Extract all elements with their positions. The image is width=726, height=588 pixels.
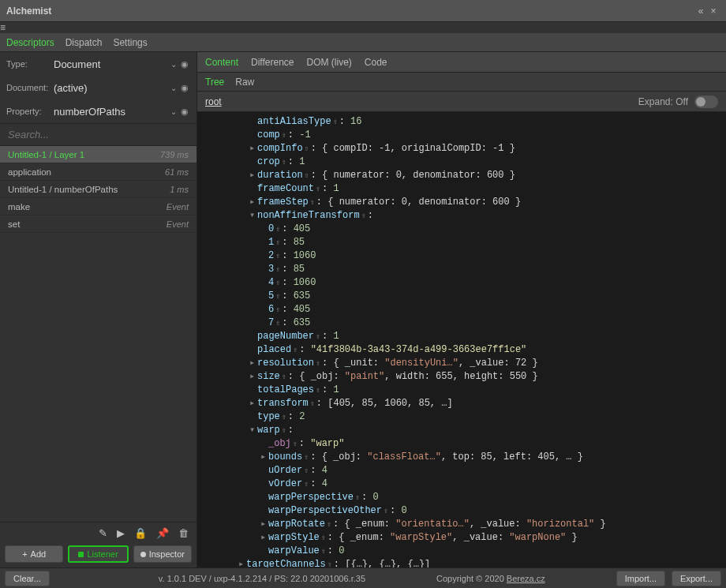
tree-line[interactable]: type⇧: 2 bbox=[197, 410, 726, 424]
tree-line[interactable]: ▸targetChannels⇧: [{…}, {…}, {…}] bbox=[197, 558, 726, 567]
expand-arrow-icon[interactable] bbox=[260, 223, 268, 236]
subtab-raw[interactable]: Raw bbox=[235, 77, 254, 88]
close-icon[interactable]: × bbox=[707, 6, 720, 17]
tab-dom-live[interactable]: DOM (live) bbox=[307, 57, 352, 68]
filter-type-value[interactable]: Document bbox=[51, 58, 168, 70]
pencil-icon[interactable]: ✎ bbox=[99, 527, 107, 539]
expand-arrow-icon[interactable] bbox=[260, 478, 268, 491]
inspector-button[interactable]: Inspector bbox=[133, 545, 192, 563]
pin-icon[interactable]: ⇧ bbox=[316, 386, 320, 395]
expand-arrow-icon[interactable]: ▸ bbox=[249, 370, 257, 384]
pin-icon[interactable]: ⇧ bbox=[321, 547, 326, 556]
subtab-tree[interactable]: Tree bbox=[205, 77, 224, 88]
expand-arrow-icon[interactable] bbox=[249, 384, 257, 397]
tree-line[interactable]: vOrder⇧: 4 bbox=[197, 478, 726, 491]
pin-icon[interactable]: ⇧ bbox=[327, 520, 331, 529]
expand-arrow-icon[interactable]: ▸ bbox=[260, 531, 268, 545]
expand-arrow-icon[interactable]: ▸ bbox=[238, 558, 246, 567]
pin-icon[interactable]: ⇧ bbox=[384, 507, 388, 515]
pin-icon[interactable]: ⇧ bbox=[282, 158, 286, 167]
pin-icon[interactable]: ⇧ bbox=[275, 319, 280, 328]
expand-arrow-icon[interactable] bbox=[260, 276, 268, 290]
pin-icon[interactable]: ⇧ bbox=[304, 480, 309, 489]
clear-button[interactable]: Clear... bbox=[5, 571, 50, 586]
expand-arrow-icon[interactable] bbox=[249, 155, 257, 169]
descriptor-item[interactable]: setEvent bbox=[0, 215, 196, 233]
eye-icon[interactable]: ◉ bbox=[179, 59, 190, 69]
expand-arrow-icon[interactable] bbox=[249, 129, 257, 142]
tree-line[interactable]: ▸transform⇧: [405, 85, 1060, 85, …] bbox=[197, 397, 726, 410]
tree-line[interactable]: ▸duration⇧: { numerator: 0, denominator:… bbox=[197, 169, 726, 182]
tree-line[interactable]: ▾warp⇧: bbox=[197, 424, 726, 437]
pin-icon[interactable]: ⇧ bbox=[275, 238, 280, 247]
pin-icon[interactable]: ⇧ bbox=[333, 118, 338, 126]
expand-arrow-icon[interactable]: ▸ bbox=[249, 357, 257, 370]
lock-icon[interactable]: 🔒 bbox=[134, 527, 147, 539]
tree-line[interactable]: 7⇧: 635 bbox=[197, 316, 726, 330]
chevron-down-icon[interactable]: ⌄ bbox=[168, 84, 179, 92]
collapse-icon[interactable]: « bbox=[694, 6, 707, 17]
pin-icon[interactable]: ⇧ bbox=[304, 466, 309, 475]
eye-icon[interactable]: ◉ bbox=[179, 107, 190, 117]
expand-arrow-icon[interactable] bbox=[260, 437, 268, 451]
pin-icon[interactable]: ⇧ bbox=[321, 534, 326, 542]
tree-viewer[interactable]: antiAliasType⇧: 16 comp⇧: -1▸compInfo⇧: … bbox=[197, 112, 726, 567]
pin-icon[interactable]: ⇧ bbox=[275, 305, 280, 314]
tree-line[interactable]: 0⇧: 405 bbox=[197, 223, 726, 236]
tree-line[interactable]: ▸size⇧: { _obj: "paint", width: 655, hei… bbox=[197, 370, 726, 384]
pin-icon[interactable]: ⇧ bbox=[282, 131, 286, 140]
filter-document-value[interactable]: (active) bbox=[51, 82, 168, 94]
pin-icon[interactable]: ⇧ bbox=[282, 426, 286, 435]
tree-line[interactable]: ▸warpStyle⇧: { _enum: "warpStyle", _valu… bbox=[197, 531, 726, 545]
pin-icon[interactable]: ⇧ bbox=[310, 399, 315, 408]
eye-icon[interactable]: ◉ bbox=[179, 83, 190, 93]
expand-arrow-icon[interactable] bbox=[260, 263, 268, 276]
pin-icon[interactable]: ⇧ bbox=[275, 252, 280, 260]
tree-line[interactable]: pageNumber⇧: 1 bbox=[197, 330, 726, 343]
tree-line[interactable]: totalPages⇧: 1 bbox=[197, 384, 726, 397]
import-button[interactable]: Import... bbox=[616, 571, 665, 586]
tab-dispatch[interactable]: Dispatch bbox=[65, 37, 103, 48]
pin-icon[interactable]: ⇧ bbox=[310, 198, 315, 207]
pin-icon[interactable]: ⇧ bbox=[282, 373, 286, 381]
tab-difference[interactable]: Difference bbox=[251, 57, 294, 68]
expand-arrow-icon[interactable] bbox=[260, 491, 268, 504]
pin-icon[interactable]: ⇧ bbox=[282, 413, 286, 421]
expand-arrow-icon[interactable] bbox=[260, 249, 268, 263]
expand-arrow-icon[interactable] bbox=[260, 464, 268, 478]
expand-arrow-icon[interactable] bbox=[260, 316, 268, 330]
pin-icon[interactable]: ⇧ bbox=[275, 279, 280, 287]
tab-code[interactable]: Code bbox=[365, 57, 387, 68]
tree-line[interactable]: ▾nonAffineTransform⇧: bbox=[197, 209, 726, 223]
tree-line[interactable]: ▸frameStep⇧: { numerator: 0, denominator… bbox=[197, 196, 726, 209]
tree-line[interactable]: 3⇧: 85 bbox=[197, 263, 726, 276]
pin-icon[interactable]: ⇧ bbox=[316, 332, 320, 341]
tree-line[interactable]: uOrder⇧: 4 bbox=[197, 464, 726, 478]
expand-arrow-icon[interactable]: ▸ bbox=[249, 196, 257, 209]
menu-icon[interactable]: ≡ bbox=[0, 22, 726, 33]
expand-arrow-icon[interactable] bbox=[249, 182, 257, 196]
expand-arrow-icon[interactable] bbox=[249, 115, 257, 129]
tab-descriptors[interactable]: Descriptors bbox=[6, 37, 54, 48]
expand-arrow-icon[interactable]: ▸ bbox=[260, 451, 268, 464]
listener-button[interactable]: Listener bbox=[68, 545, 128, 563]
pin-icon[interactable]: ⇧ bbox=[275, 225, 280, 234]
pin-icon[interactable]: ⇧ bbox=[293, 346, 298, 354]
expand-toggle[interactable] bbox=[694, 96, 718, 108]
expand-arrow-icon[interactable]: ▸ bbox=[249, 397, 257, 410]
chevron-down-icon[interactable]: ⌄ bbox=[168, 60, 179, 69]
tree-line[interactable]: antiAliasType⇧: 16 bbox=[197, 115, 726, 129]
breadcrumb-root[interactable]: root bbox=[205, 96, 222, 107]
expand-arrow-icon[interactable]: ▸ bbox=[249, 169, 257, 182]
pin-icon[interactable]: ⇧ bbox=[305, 171, 309, 180]
search-input[interactable] bbox=[0, 123, 196, 146]
copyright-link[interactable]: Bereza.cz bbox=[507, 574, 545, 583]
export-button[interactable]: Export... bbox=[672, 571, 721, 586]
tree-line[interactable]: ▸resolution⇧: { _unit: "densityUni…", _v… bbox=[197, 357, 726, 370]
tree-line[interactable]: crop⇧: 1 bbox=[197, 155, 726, 169]
tree-line[interactable]: placed⇧: "41f3804b-3a43-374d-a499-3663ee… bbox=[197, 343, 726, 357]
tree-line[interactable]: warpValue⇧: 0 bbox=[197, 545, 726, 558]
trash-icon[interactable]: 🗑 bbox=[178, 527, 189, 539]
pin-icon[interactable]: ⇧ bbox=[316, 185, 320, 193]
pin-icon[interactable]: ⇧ bbox=[361, 212, 366, 220]
